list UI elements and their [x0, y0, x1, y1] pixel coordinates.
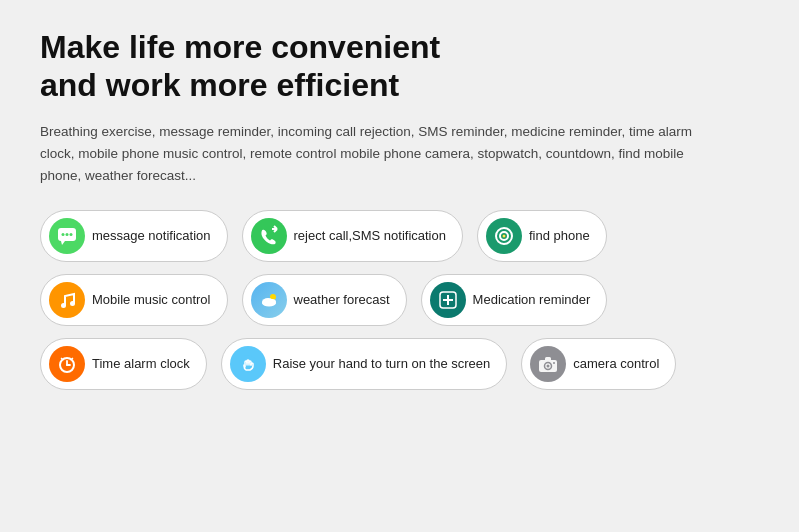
svg-point-3	[66, 233, 69, 236]
svg-point-2	[62, 233, 65, 236]
feature-weather-forecast[interactable]: weather forecast	[242, 274, 407, 326]
main-container: Make life more convenientand work more e…	[0, 0, 799, 410]
message-notification-icon	[49, 218, 85, 254]
feature-medication-reminder[interactable]: Medication reminder	[421, 274, 608, 326]
features-row-3: Time alarm clock Raise your hand to turn…	[40, 338, 759, 390]
raise-hand-label: Raise your hand to turn on the screen	[273, 356, 491, 371]
svg-marker-1	[61, 241, 65, 245]
svg-point-17	[262, 299, 276, 306]
feature-find-phone[interactable]: find phone	[477, 210, 607, 262]
svg-point-13	[70, 301, 75, 306]
svg-point-11	[503, 235, 504, 236]
page-description: Breathing exercise, message reminder, in…	[40, 121, 720, 188]
find-phone-icon	[486, 218, 522, 254]
feature-mobile-music[interactable]: Mobile music control	[40, 274, 228, 326]
find-phone-label: find phone	[529, 228, 590, 243]
svg-point-30	[553, 362, 555, 364]
svg-point-29	[547, 364, 550, 367]
feature-camera-control[interactable]: camera control	[521, 338, 676, 390]
time-alarm-label: Time alarm clock	[92, 356, 190, 371]
feature-raise-hand[interactable]: Raise your hand to turn on the screen	[221, 338, 508, 390]
svg-point-12	[61, 303, 66, 308]
page-headline: Make life more convenientand work more e…	[40, 28, 759, 105]
svg-rect-20	[443, 299, 453, 301]
features-row-1: message notification reject call,SMS not…	[40, 210, 759, 262]
feature-reject-call[interactable]: reject call,SMS notification	[242, 210, 463, 262]
svg-point-4	[70, 233, 73, 236]
feature-message-notification[interactable]: message notification	[40, 210, 228, 262]
weather-forecast-icon	[251, 282, 287, 318]
reject-call-icon	[251, 218, 287, 254]
mobile-music-icon	[49, 282, 85, 318]
camera-control-icon	[530, 346, 566, 382]
feature-time-alarm[interactable]: Time alarm clock	[40, 338, 207, 390]
raise-hand-icon	[230, 346, 266, 382]
features-row-2: Mobile music control weather forecast	[40, 274, 759, 326]
time-alarm-icon	[49, 346, 85, 382]
camera-control-label: camera control	[573, 356, 659, 371]
features-grid: message notification reject call,SMS not…	[40, 210, 759, 390]
reject-call-label: reject call,SMS notification	[294, 228, 446, 243]
message-notification-label: message notification	[92, 228, 211, 243]
mobile-music-label: Mobile music control	[92, 292, 211, 307]
medication-reminder-icon	[430, 282, 466, 318]
weather-forecast-label: weather forecast	[294, 292, 390, 307]
medication-reminder-label: Medication reminder	[473, 292, 591, 307]
